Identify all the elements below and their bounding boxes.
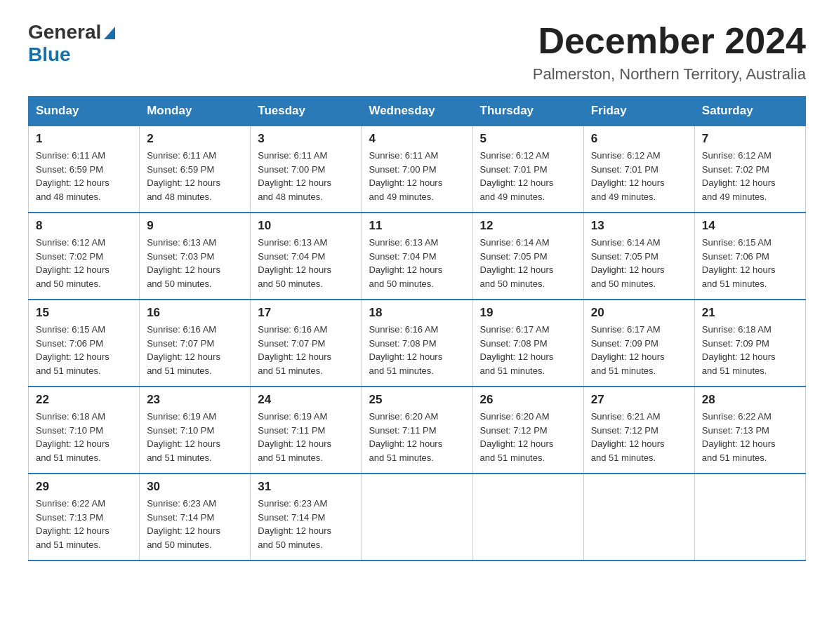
calendar-day-cell: 9 Sunrise: 6:13 AMSunset: 7:03 PMDayligh…: [140, 213, 251, 300]
day-info-line: Daylight: 12 hours: [147, 264, 220, 275]
day-info: Sunrise: 6:16 AMSunset: 7:08 PMDaylight:…: [369, 323, 465, 377]
day-info: Sunrise: 6:16 AMSunset: 7:07 PMDaylight:…: [258, 323, 354, 377]
calendar-day-cell: 28 Sunrise: 6:22 AMSunset: 7:13 PMDaylig…: [694, 387, 805, 474]
calendar-week-row: 29 Sunrise: 6:22 AMSunset: 7:13 PMDaylig…: [29, 474, 806, 561]
header-cell-tuesday: Tuesday: [251, 97, 362, 126]
day-info-line: and 51 minutes.: [258, 365, 323, 376]
logo-arrow-icon: [104, 27, 115, 39]
day-info-line: Sunrise: 6:17 AM: [480, 324, 550, 335]
day-info-line: Sunrise: 6:16 AM: [147, 324, 216, 335]
day-info-line: Sunset: 7:03 PM: [147, 251, 214, 262]
day-info: Sunrise: 6:19 AMSunset: 7:10 PMDaylight:…: [147, 410, 243, 464]
day-info-line: Sunset: 7:06 PM: [36, 338, 103, 349]
day-info-line: Sunset: 7:00 PM: [258, 164, 325, 175]
day-info-line: and 49 minutes.: [369, 192, 434, 202]
day-info-line: Sunset: 7:04 PM: [258, 251, 325, 262]
calendar-day-cell: [583, 474, 694, 561]
day-info-line: Daylight: 12 hours: [258, 525, 331, 536]
day-info-line: Sunset: 7:05 PM: [480, 251, 548, 262]
day-info: Sunrise: 6:20 AMSunset: 7:12 PMDaylight:…: [480, 410, 576, 464]
day-info-line: Sunset: 7:02 PM: [36, 251, 103, 262]
day-number: 22: [36, 393, 132, 407]
day-info-line: Sunrise: 6:13 AM: [258, 237, 327, 248]
day-info-line: Sunrise: 6:17 AM: [591, 324, 661, 335]
day-number: 19: [480, 306, 576, 320]
day-info-line: Sunrise: 6:16 AM: [258, 324, 327, 335]
day-info: Sunrise: 6:17 AMSunset: 7:09 PMDaylight:…: [591, 323, 687, 377]
day-info-line: Sunset: 7:01 PM: [480, 164, 548, 175]
calendar-week-row: 15 Sunrise: 6:15 AMSunset: 7:06 PMDaylig…: [29, 300, 806, 387]
calendar-day-cell: [362, 474, 472, 561]
day-info: Sunrise: 6:12 AMSunset: 7:01 PMDaylight:…: [480, 149, 576, 203]
day-number: 25: [369, 393, 465, 407]
day-info-line: Sunset: 7:10 PM: [147, 425, 214, 436]
day-info-line: Daylight: 12 hours: [591, 438, 665, 449]
logo-general-text: General: [28, 21, 101, 43]
day-info-line: Sunrise: 6:15 AM: [702, 237, 772, 248]
day-info-line: and 51 minutes.: [591, 452, 656, 463]
calendar-week-row: 22 Sunrise: 6:18 AMSunset: 7:10 PMDaylig…: [29, 387, 806, 474]
day-info-line: Sunset: 7:11 PM: [369, 425, 436, 436]
day-info-line: Sunset: 7:04 PM: [369, 251, 436, 262]
day-number: 29: [36, 480, 132, 494]
day-number: 14: [702, 219, 798, 233]
day-info: Sunrise: 6:15 AMSunset: 7:06 PMDaylight:…: [36, 323, 132, 377]
header-cell-thursday: Thursday: [472, 97, 583, 126]
logo-blue-part: [101, 25, 115, 39]
day-info-line: Sunset: 7:13 PM: [702, 425, 769, 436]
day-info-line: Daylight: 12 hours: [702, 351, 776, 362]
calendar-day-cell: 29 Sunrise: 6:22 AMSunset: 7:13 PMDaylig…: [29, 474, 140, 561]
day-info-line: and 51 minutes.: [36, 365, 101, 376]
calendar-day-cell: 16 Sunrise: 6:16 AMSunset: 7:07 PMDaylig…: [140, 300, 251, 387]
day-info: Sunrise: 6:13 AMSunset: 7:04 PMDaylight:…: [369, 236, 465, 290]
day-number: 7: [702, 132, 798, 146]
day-info-line: and 51 minutes.: [480, 452, 545, 463]
calendar-week-row: 1 Sunrise: 6:11 AMSunset: 6:59 PMDayligh…: [29, 126, 806, 213]
calendar-day-cell: 12 Sunrise: 6:14 AMSunset: 7:05 PMDaylig…: [472, 213, 583, 300]
day-info: Sunrise: 6:14 AMSunset: 7:05 PMDaylight:…: [591, 236, 687, 290]
day-info-line: and 50 minutes.: [258, 539, 323, 550]
calendar-day-cell: 10 Sunrise: 6:13 AMSunset: 7:04 PMDaylig…: [251, 213, 362, 300]
day-number: 21: [702, 306, 798, 320]
day-info-line: Sunrise: 6:12 AM: [36, 237, 105, 248]
calendar-day-cell: 31 Sunrise: 6:23 AMSunset: 7:14 PMDaylig…: [251, 474, 362, 561]
day-info-line: Daylight: 12 hours: [258, 177, 331, 188]
header-cell-wednesday: Wednesday: [362, 97, 472, 126]
calendar-day-cell: 7 Sunrise: 6:12 AMSunset: 7:02 PMDayligh…: [694, 126, 805, 213]
day-info-line: and 50 minutes.: [36, 279, 101, 289]
day-number: 30: [147, 480, 243, 494]
day-info: Sunrise: 6:22 AMSunset: 7:13 PMDaylight:…: [702, 410, 798, 464]
calendar-day-cell: 27 Sunrise: 6:21 AMSunset: 7:12 PMDaylig…: [583, 387, 694, 474]
day-number: 2: [147, 132, 243, 146]
day-info-line: Sunset: 7:08 PM: [480, 338, 548, 349]
day-info-line: and 49 minutes.: [480, 192, 545, 202]
day-info-line: and 48 minutes.: [258, 192, 323, 202]
day-number: 26: [480, 393, 576, 407]
day-info-line: Daylight: 12 hours: [36, 351, 110, 362]
day-info-line: Sunset: 7:12 PM: [480, 425, 548, 436]
day-info-line: Daylight: 12 hours: [369, 438, 442, 449]
day-info-line: Sunrise: 6:13 AM: [147, 237, 216, 248]
day-info: Sunrise: 6:16 AMSunset: 7:07 PMDaylight:…: [147, 323, 243, 377]
day-info-line: Sunrise: 6:11 AM: [258, 150, 327, 161]
calendar-day-cell: 21 Sunrise: 6:18 AMSunset: 7:09 PMDaylig…: [694, 300, 805, 387]
day-info-line: Sunrise: 6:23 AM: [147, 498, 216, 509]
month-title: December 2024: [533, 21, 806, 61]
day-number: 24: [258, 393, 354, 407]
day-info-line: and 51 minutes.: [480, 365, 545, 376]
day-info: Sunrise: 6:18 AMSunset: 7:09 PMDaylight:…: [702, 323, 798, 377]
day-info-line: and 51 minutes.: [369, 452, 434, 463]
day-info-line: Sunset: 6:59 PM: [36, 164, 103, 175]
day-info-line: and 51 minutes.: [702, 365, 767, 376]
day-info-line: and 51 minutes.: [702, 279, 767, 289]
day-info-line: Daylight: 12 hours: [369, 264, 442, 275]
day-info-line: Daylight: 12 hours: [147, 525, 220, 536]
day-info-line: and 51 minutes.: [369, 365, 434, 376]
day-info-line: Sunrise: 6:23 AM: [258, 498, 327, 509]
day-info-line: and 48 minutes.: [147, 192, 212, 202]
day-info-line: Sunrise: 6:11 AM: [369, 150, 438, 161]
day-info-line: Daylight: 12 hours: [702, 264, 776, 275]
day-info-line: and 48 minutes.: [36, 192, 101, 202]
day-number: 4: [369, 132, 465, 146]
calendar-day-cell: 4 Sunrise: 6:11 AMSunset: 7:00 PMDayligh…: [362, 126, 472, 213]
